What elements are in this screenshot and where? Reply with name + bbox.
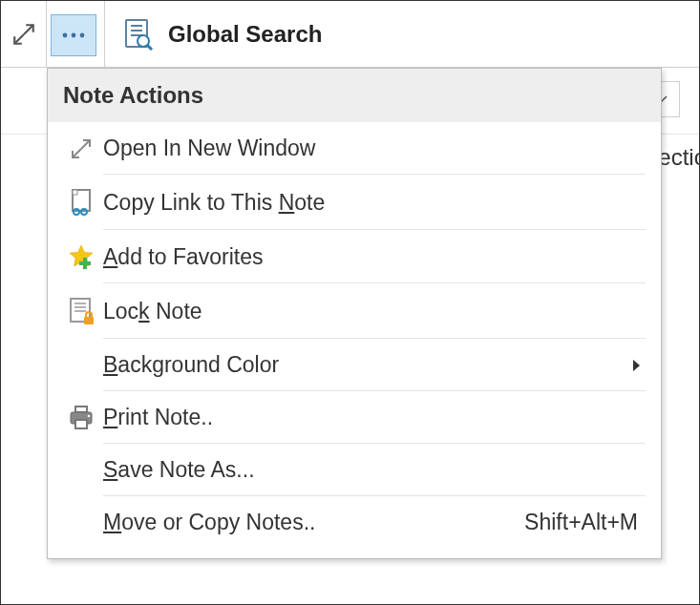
svg-point-2 <box>80 32 85 37</box>
search-list-icon <box>122 18 155 51</box>
menu-item-label: Print Note.. <box>103 405 644 430</box>
copy-link-icon <box>59 188 103 217</box>
page-title: Global Search <box>168 21 322 48</box>
menu-item-label: Lock Note <box>103 299 644 324</box>
svg-point-1 <box>72 32 76 37</box>
svg-rect-14 <box>79 261 91 265</box>
star-add-icon <box>59 243 103 270</box>
background-text-fragment: ectio <box>658 144 700 171</box>
menu-item-add-favorites[interactable]: Add to Favorites <box>48 230 661 283</box>
menu-item-label: Copy Link to This Note <box>103 190 644 216</box>
menu-item-background-color[interactable]: Background Color <box>48 339 661 391</box>
svg-rect-20 <box>75 407 87 412</box>
menu-shortcut: Shift+Alt+M <box>524 510 638 535</box>
open-new-window-icon <box>59 137 103 160</box>
lock-note-icon <box>59 297 103 325</box>
svg-rect-19 <box>84 317 94 324</box>
svg-rect-22 <box>75 420 87 428</box>
menu-item-label: Add to Favorites <box>103 244 644 270</box>
menu-title: Note Actions <box>48 69 661 122</box>
svg-point-0 <box>63 32 68 37</box>
submenu-arrow-icon <box>632 359 642 372</box>
svg-line-8 <box>147 45 152 50</box>
ellipsis-icon <box>60 31 87 40</box>
toolbar-separator <box>104 1 105 68</box>
toolbar: Global Search <box>1 1 699 68</box>
menu-item-label: Move or Copy Notes.. <box>103 510 524 535</box>
header-title-wrap: Global Search <box>122 18 322 51</box>
menu-item-lock-note[interactable]: Lock Note <box>48 283 661 339</box>
expand-arrows-icon <box>11 22 36 47</box>
svg-point-23 <box>88 414 91 417</box>
menu-item-open-new-window[interactable]: Open In New Window <box>48 122 661 175</box>
print-icon <box>59 406 103 430</box>
menu-item-label: Background Color <box>103 352 632 378</box>
menu-item-label: Open In New Window <box>103 136 644 161</box>
menu-item-move-copy-notes[interactable]: Move or Copy Notes.. Shift+Alt+M <box>48 496 661 549</box>
menu-item-print-note[interactable]: Print Note.. <box>48 391 661 444</box>
menu-item-copy-link[interactable]: Copy Link to This Note <box>48 175 661 230</box>
menu-item-save-note-as[interactable]: Save Note As... <box>48 444 661 496</box>
note-actions-menu: Note Actions Open In New Window Copy Lin… <box>47 68 662 559</box>
menu-item-label: Save Note As... <box>103 457 644 483</box>
expand-button[interactable] <box>1 1 47 68</box>
more-actions-button[interactable] <box>51 14 96 56</box>
